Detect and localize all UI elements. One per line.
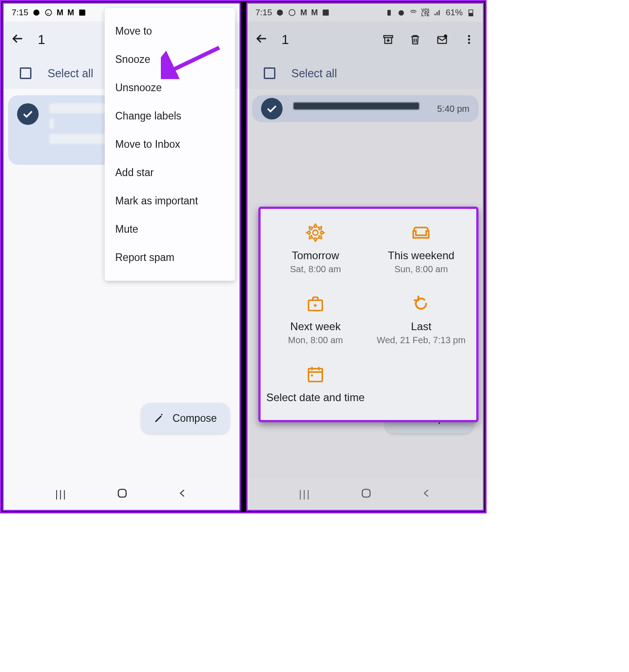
- menu-change-labels[interactable]: Change labels: [105, 102, 235, 130]
- svg-rect-11: [323, 9, 329, 16]
- snooze-dialog: Tomorrow Sat, 8:00 am This weekend Sun, …: [258, 207, 479, 422]
- snooze-opt-sub: Wed, 21 Feb, 7:13 pm: [377, 335, 466, 345]
- overflow-icon[interactable]: [463, 34, 475, 45]
- mail-time: 5:40 pm: [437, 104, 470, 114]
- briefcase-icon: [305, 293, 326, 314]
- whatsapp-icon: [288, 9, 296, 17]
- mail-list: 5:40 pm Tomorrow Sat, 8:00 am This weeke…: [248, 89, 483, 478]
- svg-point-19: [468, 35, 470, 37]
- app-header: 1: [248, 22, 483, 57]
- menu-add-star[interactable]: Add star: [105, 159, 235, 187]
- svg-line-8: [168, 48, 219, 72]
- back-button[interactable]: [256, 32, 268, 47]
- snooze-select-datetime[interactable]: Select date and time: [265, 364, 366, 406]
- mail-item-selected[interactable]: 5:40 pm: [252, 95, 479, 122]
- selection-count: 1: [38, 32, 45, 47]
- system-nav: |||: [4, 478, 239, 510]
- system-nav: |||: [248, 478, 483, 510]
- sun-icon: [305, 222, 326, 243]
- m-icon-2: M: [67, 8, 74, 18]
- m-icon: M: [300, 8, 307, 18]
- home-button[interactable]: [360, 487, 372, 501]
- svg-rect-26: [362, 489, 370, 497]
- annotation-arrow: [161, 43, 224, 79]
- pencil-icon: [154, 413, 164, 424]
- snooze-next-week[interactable]: Next week Mon, 8:00 am: [265, 293, 366, 345]
- recents-button[interactable]: |||: [55, 488, 67, 500]
- mark-unread-icon[interactable]: [436, 34, 448, 45]
- volte-icon: VO)LTE: [421, 9, 430, 17]
- menu-mark-important[interactable]: Mark as important: [105, 187, 235, 215]
- signal-icon: [434, 9, 442, 17]
- svg-point-22: [313, 230, 318, 235]
- snooze-opt-title: Tomorrow: [292, 248, 339, 262]
- snooze-tomorrow[interactable]: Tomorrow Sat, 8:00 am: [265, 222, 366, 274]
- compose-label: Compose: [173, 412, 217, 424]
- svg-rect-12: [387, 10, 391, 16]
- select-all-label: Select all: [48, 67, 93, 80]
- snooze-opt-title: Next week: [290, 319, 341, 333]
- home-button[interactable]: [116, 487, 128, 501]
- svg-point-10: [289, 9, 296, 16]
- m-icon-2: M: [311, 8, 318, 18]
- status-bar: 7:15 M M VO)LTE 61%: [248, 4, 483, 22]
- back-nav-button[interactable]: [421, 488, 431, 500]
- wifi-icon: [409, 9, 417, 17]
- select-all-checkbox[interactable]: [264, 67, 275, 79]
- svg-point-25: [311, 375, 313, 377]
- status-time: 7:15: [12, 8, 28, 18]
- gallery-icon: [322, 9, 330, 17]
- calendar-icon: [305, 364, 326, 385]
- svg-point-13: [399, 10, 404, 16]
- battery-saver-icon: [385, 9, 393, 17]
- snooze-opt-sub: Mon, 8:00 am: [288, 335, 343, 345]
- couch-icon: [411, 222, 431, 243]
- select-all-row[interactable]: Select all: [248, 57, 483, 89]
- battery-icon: [467, 9, 475, 17]
- whatsapp-icon: [44, 9, 53, 17]
- snooze-opt-title: This weekend: [388, 248, 454, 262]
- back-nav-button[interactable]: [177, 488, 187, 500]
- svg-point-1: [45, 9, 52, 16]
- snooze-opt-sub: Sat, 8:00 am: [290, 264, 341, 274]
- chat-icon: [32, 9, 40, 17]
- archive-icon[interactable]: [382, 34, 394, 45]
- menu-move-to-inbox[interactable]: Move to Inbox: [105, 130, 235, 159]
- snooze-opt-sub: Sun, 8:00 am: [394, 264, 448, 274]
- svg-rect-24: [309, 369, 323, 382]
- svg-rect-2: [79, 9, 85, 16]
- menu-move-to[interactable]: Move to: [105, 17, 235, 45]
- alarm-icon: [397, 9, 405, 17]
- trash-icon[interactable]: [409, 34, 421, 45]
- compose-button[interactable]: Compose: [141, 403, 229, 433]
- svg-rect-15: [469, 13, 473, 16]
- phone-screen-right: 7:15 M M VO)LTE 61% 1: [246, 2, 485, 511]
- selected-avatar: [17, 103, 39, 125]
- svg-rect-16: [384, 35, 393, 37]
- snooze-opt-title: Last: [411, 319, 431, 333]
- svg-point-9: [277, 9, 283, 16]
- phone-screen-left: 7:15 M M VO)LTE 61% 1: [2, 2, 241, 511]
- m-icon: M: [57, 8, 63, 18]
- svg-point-0: [33, 9, 40, 16]
- selected-avatar: [261, 98, 283, 119]
- svg-point-20: [468, 39, 470, 41]
- chat-icon: [276, 9, 284, 17]
- recents-button[interactable]: |||: [299, 488, 311, 500]
- svg-rect-7: [119, 489, 126, 497]
- gallery-icon: [78, 9, 86, 17]
- menu-report-spam[interactable]: Report spam: [105, 243, 235, 272]
- menu-mute[interactable]: Mute: [105, 215, 235, 243]
- svg-point-18: [444, 35, 447, 37]
- selection-count: 1: [282, 32, 289, 47]
- snooze-last[interactable]: Last Wed, 21 Feb, 7:13 pm: [371, 293, 472, 345]
- redo-icon: [411, 293, 431, 314]
- select-all-checkbox[interactable]: [20, 67, 31, 79]
- back-button[interactable]: [12, 32, 24, 47]
- snooze-opt-title: Select date and time: [266, 390, 365, 404]
- svg-point-21: [468, 42, 470, 44]
- snooze-weekend[interactable]: This weekend Sun, 8:00 am: [371, 222, 472, 274]
- battery-pct: 61%: [446, 8, 463, 18]
- select-all-label: Select all: [292, 67, 337, 80]
- status-time: 7:15: [256, 8, 272, 18]
